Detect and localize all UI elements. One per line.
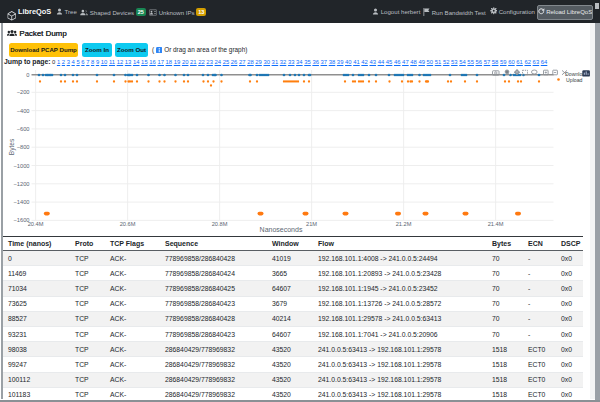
svg-text:20.8M: 20.8M (212, 221, 228, 227)
svg-text:21.2M: 21.2M (396, 221, 412, 227)
svg-text:0: 0 (26, 72, 29, 78)
svg-text:20.6M: 20.6M (120, 221, 136, 227)
svg-text:21M: 21M (306, 221, 317, 227)
svg-text:−1000: −1000 (14, 163, 30, 169)
svg-text:21.4M: 21.4M (488, 221, 504, 227)
svg-text:20.4M: 20.4M (28, 221, 44, 227)
svg-text:Upload: Upload (566, 77, 583, 83)
svg-text:Nanoseconds: Nanoseconds (260, 226, 303, 233)
svg-text:−1400: −1400 (14, 199, 30, 205)
svg-text:−200: −200 (17, 89, 30, 95)
svg-text:−800: −800 (17, 144, 30, 150)
svg-text:−600: −600 (17, 126, 30, 132)
svg-text:−1200: −1200 (14, 181, 30, 187)
svg-text:Bytes: Bytes (8, 138, 16, 155)
svg-text:−400: −400 (17, 108, 30, 114)
